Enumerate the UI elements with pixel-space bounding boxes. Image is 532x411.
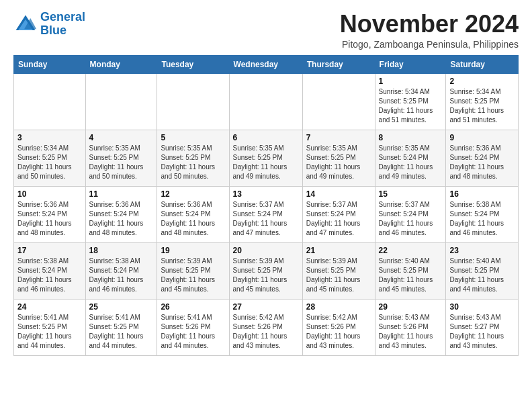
day-number: 5	[161, 133, 225, 142]
day-info: Sunrise: 5:39 AM Sunset: 5:25 PM Dayligh…	[306, 257, 371, 294]
day-number: 27	[233, 302, 299, 312]
calendar-cell: 10Sunrise: 5:36 AM Sunset: 5:24 PM Dayli…	[14, 186, 86, 242]
calendar-table: SundayMondayTuesdayWednesdayThursdayFrid…	[13, 55, 519, 356]
calendar-cell: 17Sunrise: 5:38 AM Sunset: 5:24 PM Dayli…	[14, 242, 86, 299]
calendar-cell: 20Sunrise: 5:39 AM Sunset: 5:25 PM Dayli…	[229, 242, 302, 299]
day-number: 30	[449, 302, 515, 312]
header: General Blue November 2024 Pitogo, Zambo…	[13, 11, 519, 50]
day-number: 6	[233, 133, 299, 142]
day-number: 8	[379, 133, 443, 142]
calendar-cell: 13Sunrise: 5:37 AM Sunset: 5:24 PM Dayli…	[229, 186, 302, 242]
day-number: 10	[17, 189, 82, 199]
day-number: 13	[233, 189, 299, 199]
day-info: Sunrise: 5:38 AM Sunset: 5:24 PM Dayligh…	[89, 257, 154, 294]
calendar-week-row: 17Sunrise: 5:38 AM Sunset: 5:24 PM Dayli…	[14, 242, 519, 299]
month-title: November 2024	[340, 11, 519, 38]
day-number: 24	[17, 302, 82, 312]
calendar-cell: 12Sunrise: 5:36 AM Sunset: 5:24 PM Dayli…	[157, 186, 229, 242]
calendar-cell	[229, 73, 302, 130]
calendar-cell: 8Sunrise: 5:35 AM Sunset: 5:24 PM Daylig…	[375, 130, 446, 186]
calendar-cell: 29Sunrise: 5:43 AM Sunset: 5:26 PM Dayli…	[375, 299, 446, 355]
calendar-cell: 2Sunrise: 5:34 AM Sunset: 5:25 PM Daylig…	[446, 73, 519, 130]
weekday-header: Monday	[85, 55, 157, 73]
weekday-header: Friday	[375, 55, 446, 73]
day-info: Sunrise: 5:37 AM Sunset: 5:24 PM Dayligh…	[233, 200, 299, 238]
logo-general: General	[40, 10, 85, 24]
calendar-cell: 28Sunrise: 5:42 AM Sunset: 5:26 PM Dayli…	[302, 299, 375, 355]
day-number: 20	[233, 246, 299, 255]
day-info: Sunrise: 5:39 AM Sunset: 5:25 PM Dayligh…	[161, 257, 225, 294]
title-block: November 2024 Pitogo, Zamboanga Peninsul…	[340, 11, 519, 50]
day-info: Sunrise: 5:36 AM Sunset: 5:24 PM Dayligh…	[89, 200, 154, 238]
calendar-cell: 1Sunrise: 5:34 AM Sunset: 5:25 PM Daylig…	[375, 73, 446, 130]
day-info: Sunrise: 5:39 AM Sunset: 5:25 PM Dayligh…	[233, 257, 299, 294]
day-info: Sunrise: 5:43 AM Sunset: 5:27 PM Dayligh…	[449, 313, 515, 351]
calendar-cell: 6Sunrise: 5:35 AM Sunset: 5:25 PM Daylig…	[229, 130, 302, 186]
day-info: Sunrise: 5:41 AM Sunset: 5:25 PM Dayligh…	[89, 313, 154, 351]
calendar-cell: 25Sunrise: 5:41 AM Sunset: 5:25 PM Dayli…	[85, 299, 157, 355]
day-info: Sunrise: 5:41 AM Sunset: 5:26 PM Dayligh…	[161, 313, 225, 351]
day-info: Sunrise: 5:35 AM Sunset: 5:25 PM Dayligh…	[233, 144, 299, 181]
calendar-week-row: 1Sunrise: 5:34 AM Sunset: 5:25 PM Daylig…	[14, 73, 519, 130]
day-info: Sunrise: 5:36 AM Sunset: 5:24 PM Dayligh…	[17, 200, 82, 238]
day-info: Sunrise: 5:35 AM Sunset: 5:25 PM Dayligh…	[161, 144, 225, 181]
day-info: Sunrise: 5:41 AM Sunset: 5:25 PM Dayligh…	[17, 313, 82, 351]
day-number: 14	[306, 189, 371, 199]
day-number: 7	[306, 133, 371, 142]
day-number: 22	[379, 246, 443, 255]
day-info: Sunrise: 5:34 AM Sunset: 5:25 PM Dayligh…	[379, 87, 443, 125]
day-info: Sunrise: 5:35 AM Sunset: 5:25 PM Dayligh…	[306, 144, 371, 181]
day-info: Sunrise: 5:38 AM Sunset: 5:24 PM Dayligh…	[449, 200, 515, 238]
day-number: 4	[89, 133, 154, 142]
day-number: 2	[449, 77, 515, 86]
day-info: Sunrise: 5:35 AM Sunset: 5:25 PM Dayligh…	[89, 144, 154, 181]
calendar-cell: 24Sunrise: 5:41 AM Sunset: 5:25 PM Dayli…	[14, 299, 86, 355]
day-info: Sunrise: 5:35 AM Sunset: 5:24 PM Dayligh…	[379, 144, 443, 181]
calendar-cell: 21Sunrise: 5:39 AM Sunset: 5:25 PM Dayli…	[302, 242, 375, 299]
calendar-cell: 7Sunrise: 5:35 AM Sunset: 5:25 PM Daylig…	[302, 130, 375, 186]
day-info: Sunrise: 5:36 AM Sunset: 5:24 PM Dayligh…	[161, 200, 225, 238]
calendar-cell: 30Sunrise: 5:43 AM Sunset: 5:27 PM Dayli…	[446, 299, 519, 355]
day-info: Sunrise: 5:42 AM Sunset: 5:26 PM Dayligh…	[233, 313, 299, 351]
day-number: 18	[89, 246, 154, 255]
weekday-header: Wednesday	[229, 55, 302, 73]
day-info: Sunrise: 5:38 AM Sunset: 5:24 PM Dayligh…	[17, 257, 82, 294]
day-info: Sunrise: 5:40 AM Sunset: 5:25 PM Dayligh…	[449, 257, 515, 294]
calendar-cell	[85, 73, 157, 130]
calendar-week-row: 10Sunrise: 5:36 AM Sunset: 5:24 PM Dayli…	[14, 186, 519, 242]
calendar-cell: 18Sunrise: 5:38 AM Sunset: 5:24 PM Dayli…	[85, 242, 157, 299]
weekday-header: Thursday	[302, 55, 375, 73]
logo-icon	[13, 12, 38, 36]
calendar-week-row: 3Sunrise: 5:34 AM Sunset: 5:25 PM Daylig…	[14, 130, 519, 186]
calendar-cell: 23Sunrise: 5:40 AM Sunset: 5:25 PM Dayli…	[446, 242, 519, 299]
day-number: 23	[449, 246, 515, 255]
weekday-header: Sunday	[14, 55, 86, 73]
day-number: 19	[161, 246, 225, 255]
day-number: 15	[379, 189, 443, 199]
day-number: 16	[449, 189, 515, 199]
calendar-cell	[14, 73, 86, 130]
calendar-cell: 19Sunrise: 5:39 AM Sunset: 5:25 PM Dayli…	[157, 242, 229, 299]
day-number: 21	[306, 246, 371, 255]
calendar-cell: 27Sunrise: 5:42 AM Sunset: 5:26 PM Dayli…	[229, 299, 302, 355]
weekday-header: Tuesday	[157, 55, 229, 73]
logo: General Blue	[13, 11, 85, 38]
logo-text: General Blue	[40, 11, 85, 38]
calendar-cell: 5Sunrise: 5:35 AM Sunset: 5:25 PM Daylig…	[157, 130, 229, 186]
day-info: Sunrise: 5:37 AM Sunset: 5:24 PM Dayligh…	[306, 200, 371, 238]
calendar-cell: 16Sunrise: 5:38 AM Sunset: 5:24 PM Dayli…	[446, 186, 519, 242]
day-number: 28	[306, 302, 371, 312]
calendar-week-row: 24Sunrise: 5:41 AM Sunset: 5:25 PM Dayli…	[14, 299, 519, 355]
day-number: 9	[449, 133, 515, 142]
calendar-cell: 14Sunrise: 5:37 AM Sunset: 5:24 PM Dayli…	[302, 186, 375, 242]
calendar-cell	[157, 73, 229, 130]
day-number: 29	[379, 302, 443, 312]
page: General Blue November 2024 Pitogo, Zambo…	[0, 0, 532, 367]
day-info: Sunrise: 5:36 AM Sunset: 5:24 PM Dayligh…	[449, 144, 515, 181]
calendar-cell: 11Sunrise: 5:36 AM Sunset: 5:24 PM Dayli…	[85, 186, 157, 242]
calendar-cell: 22Sunrise: 5:40 AM Sunset: 5:25 PM Dayli…	[375, 242, 446, 299]
calendar-cell	[302, 73, 375, 130]
calendar-cell: 4Sunrise: 5:35 AM Sunset: 5:25 PM Daylig…	[85, 130, 157, 186]
day-number: 1	[379, 77, 443, 86]
day-info: Sunrise: 5:34 AM Sunset: 5:25 PM Dayligh…	[17, 144, 82, 181]
